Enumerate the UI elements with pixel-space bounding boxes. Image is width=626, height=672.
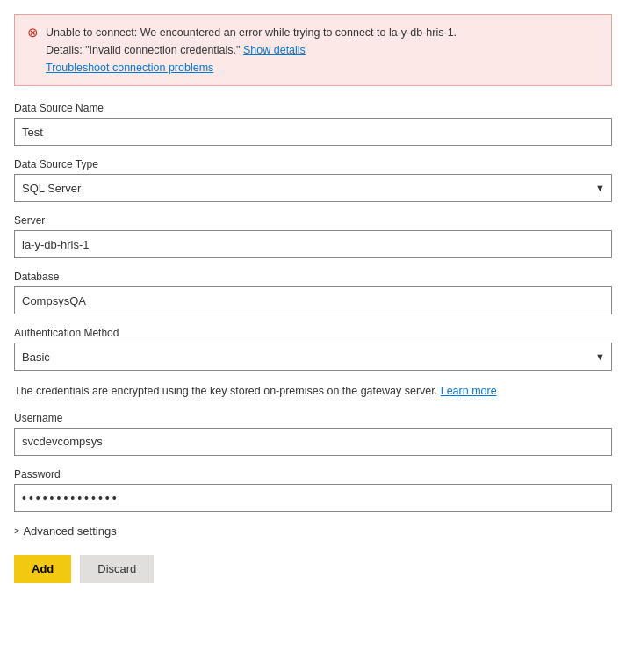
show-details-link[interactable]: Show details (243, 44, 306, 56)
credentials-note-text: The credentials are encrypted using the … (14, 385, 437, 397)
learn-more-link[interactable]: Learn more (441, 385, 497, 397)
error-details-prefix: Details: "Invalid connection credentials… (46, 44, 241, 56)
credentials-note: The credentials are encrypted using the … (14, 383, 612, 400)
server-group: Server (14, 214, 612, 258)
error-icon: ⊗ (27, 25, 39, 40)
chevron-right-icon: > (14, 525, 19, 536)
server-input[interactable] (14, 230, 612, 258)
username-label: Username (14, 412, 612, 424)
advanced-settings-label: Advanced settings (23, 524, 116, 538)
auth-method-label: Authentication Method (14, 327, 612, 339)
username-input[interactable] (14, 428, 612, 456)
database-label: Database (14, 271, 612, 283)
error-message: Unable to connect: We encountered an err… (46, 26, 457, 39)
troubleshoot-link[interactable]: Troubleshoot connection problems (46, 61, 213, 74)
error-content: Unable to connect: We encountered an err… (46, 24, 457, 76)
password-group: Password (14, 468, 612, 512)
discard-button[interactable]: Discard (80, 555, 154, 583)
database-group: Database (14, 271, 612, 314)
data-source-name-label: Data Source Name (14, 102, 612, 114)
server-label: Server (14, 214, 612, 227)
data-source-name-input[interactable] (14, 118, 612, 146)
data-source-name-group: Data Source Name (14, 102, 612, 146)
auth-method-wrapper: Basic Windows OAuth2 ▼ (14, 343, 612, 371)
add-button[interactable]: Add (14, 555, 71, 583)
auth-method-select[interactable]: Basic Windows OAuth2 (14, 343, 612, 371)
button-row: Add Discard (14, 555, 612, 583)
username-group: Username (14, 412, 612, 456)
password-input[interactable] (14, 484, 612, 512)
data-source-type-label: Data Source Type (14, 158, 612, 170)
password-label: Password (14, 468, 612, 481)
auth-method-group: Authentication Method Basic Windows OAut… (14, 327, 612, 371)
data-source-type-wrapper: SQL Server Oracle MySQL PostgreSQL ▼ (14, 174, 612, 202)
advanced-settings-toggle[interactable]: > Advanced settings (14, 524, 612, 538)
data-source-type-group: Data Source Type SQL Server Oracle MySQL… (14, 158, 612, 202)
error-banner: ⊗ Unable to connect: We encountered an e… (14, 14, 612, 86)
database-input[interactable] (14, 286, 612, 314)
data-source-type-select[interactable]: SQL Server Oracle MySQL PostgreSQL (14, 174, 612, 202)
